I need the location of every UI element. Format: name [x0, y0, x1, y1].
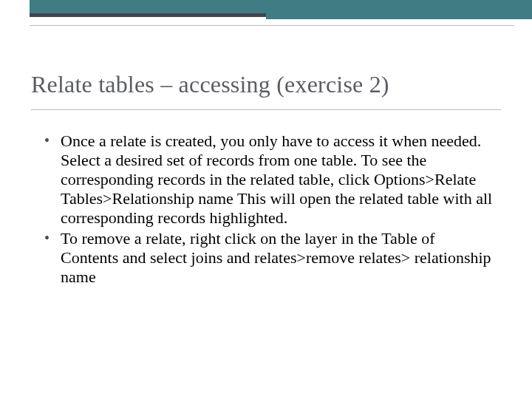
- slide: Relate tables – accessing (exercise 2) O…: [0, 0, 532, 399]
- decor-bar-dark-left: [30, 13, 266, 17]
- bullet-item: Once a relate is created, you only have …: [44, 132, 497, 228]
- decor-bar-teal-right: [266, 13, 532, 19]
- title-underline: [31, 109, 501, 110]
- slide-title: Relate tables – accessing (exercise 2): [31, 71, 501, 98]
- decor-bar-teal-top: [30, 0, 532, 13]
- bullet-list: Once a relate is created, you only have …: [44, 132, 497, 287]
- decor-rule-top: [30, 25, 514, 26]
- bullet-item: To remove a relate, right click on the l…: [44, 229, 497, 287]
- slide-body: Once a relate is created, you only have …: [44, 132, 497, 288]
